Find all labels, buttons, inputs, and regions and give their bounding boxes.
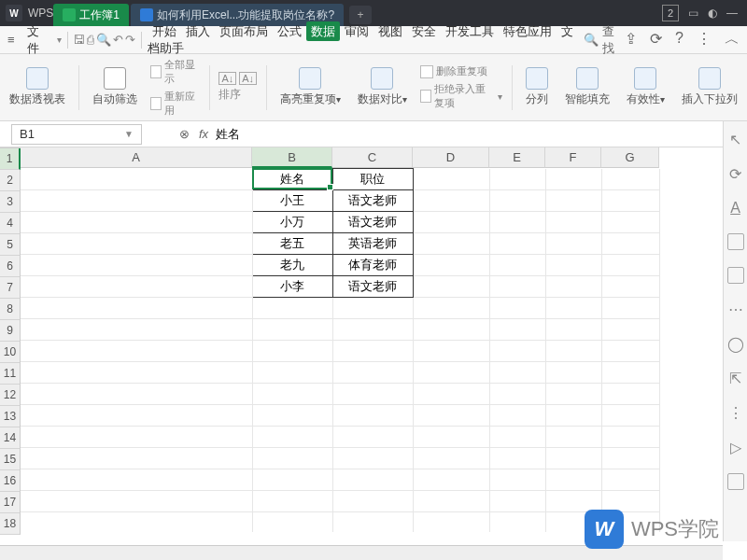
cell[interactable] xyxy=(21,512,252,533)
cell[interactable] xyxy=(21,276,252,298)
cell[interactable] xyxy=(489,341,545,362)
row-header-12[interactable]: 12 xyxy=(0,385,21,406)
cell[interactable] xyxy=(332,319,413,341)
column-header-D[interactable]: D xyxy=(413,147,489,168)
row-header-14[interactable]: 14 xyxy=(0,427,21,449)
cell[interactable] xyxy=(413,276,489,298)
cell[interactable] xyxy=(413,448,489,469)
cell[interactable] xyxy=(413,212,489,233)
toolbox-icon[interactable] xyxy=(727,233,744,250)
cell[interactable] xyxy=(252,469,332,491)
smart-fill-button[interactable]: 智能填充 xyxy=(561,63,613,111)
cell[interactable] xyxy=(413,491,489,512)
cell[interactable] xyxy=(489,276,545,298)
grid-icon[interactable] xyxy=(727,267,744,284)
cell[interactable] xyxy=(545,319,601,341)
cell[interactable] xyxy=(252,405,332,427)
ribbon-tab-审阅[interactable]: 审阅 xyxy=(340,21,374,41)
cell[interactable] xyxy=(252,427,332,448)
cell[interactable] xyxy=(21,448,252,469)
cell[interactable] xyxy=(489,512,545,533)
name-box[interactable]: B1 ▼ xyxy=(11,124,142,145)
split-column-button[interactable]: 分列 xyxy=(522,63,552,111)
ribbon-tab-特色应用[interactable]: 特色应用 xyxy=(499,21,557,41)
cell[interactable]: 英语老师 xyxy=(332,233,413,255)
cell[interactable] xyxy=(489,255,545,276)
cell[interactable] xyxy=(489,190,545,212)
cell[interactable] xyxy=(332,427,413,448)
panel-icon[interactable] xyxy=(727,473,744,490)
circle-icon[interactable]: ◯ xyxy=(727,335,744,353)
cell[interactable] xyxy=(601,212,659,233)
cell[interactable] xyxy=(545,276,601,298)
cell[interactable] xyxy=(545,427,601,448)
cell[interactable] xyxy=(332,469,413,491)
cell[interactable]: 语文老师 xyxy=(332,276,413,298)
cell[interactable] xyxy=(413,169,489,190)
settings-icon[interactable]: ⟳ xyxy=(650,30,662,49)
workbook-tab-1[interactable]: 工作簿1 xyxy=(53,4,129,26)
cell[interactable] xyxy=(21,319,252,341)
row-header-11[interactable]: 11 xyxy=(0,363,21,385)
cell[interactable] xyxy=(413,233,489,255)
cell[interactable] xyxy=(489,362,545,384)
spreadsheet-grid[interactable]: 123456789101112131415161718 ABCDEFG 姓名职位… xyxy=(0,147,747,532)
cell[interactable] xyxy=(413,512,489,533)
cell[interactable] xyxy=(21,341,252,362)
formula-input[interactable] xyxy=(216,127,683,141)
skin-icon[interactable]: ◐ xyxy=(708,7,717,20)
cell[interactable] xyxy=(601,190,659,212)
cell[interactable] xyxy=(413,362,489,384)
redo-icon[interactable]: ↷ xyxy=(125,33,135,47)
cell[interactable] xyxy=(21,491,252,512)
ribbon-tab-数据[interactable]: 数据 xyxy=(306,21,340,41)
cell[interactable] xyxy=(489,405,545,427)
more-icon[interactable]: ⋯ xyxy=(728,301,743,318)
cell[interactable]: 小万 xyxy=(252,212,332,233)
cell[interactable] xyxy=(332,298,413,319)
column-header-E[interactable]: E xyxy=(489,147,545,168)
row-header-8[interactable]: 8 xyxy=(0,299,21,320)
chevron-down-icon[interactable]: ▾ xyxy=(57,35,62,45)
cell[interactable] xyxy=(601,319,659,341)
cell[interactable]: 小王 xyxy=(252,190,332,212)
column-header-G[interactable]: G xyxy=(601,147,659,168)
validity-button[interactable]: 有效性▾ xyxy=(623,63,669,111)
row-header-6[interactable]: 6 xyxy=(0,256,21,277)
cell[interactable] xyxy=(252,491,332,512)
auto-filter-button[interactable]: 自动筛选 xyxy=(89,63,141,111)
cell[interactable] xyxy=(545,405,601,427)
cell[interactable] xyxy=(601,276,659,298)
arrow-icon[interactable]: ▷ xyxy=(730,439,741,456)
cell[interactable] xyxy=(601,255,659,276)
file-menu[interactable]: 文件 xyxy=(21,23,55,57)
cell[interactable] xyxy=(489,427,545,448)
cell[interactable] xyxy=(545,448,601,469)
ribbon-tab-安全[interactable]: 安全 xyxy=(407,21,441,41)
cell[interactable] xyxy=(21,427,252,448)
cell[interactable]: 小李 xyxy=(252,276,332,298)
save-icon[interactable]: 🖫 xyxy=(73,33,85,47)
cell[interactable] xyxy=(332,448,413,469)
row-header-10[interactable]: 10 xyxy=(0,342,21,363)
cell[interactable] xyxy=(21,469,252,491)
cell[interactable] xyxy=(252,341,332,362)
row-header-2[interactable]: 2 xyxy=(0,170,21,191)
cell[interactable] xyxy=(601,384,659,405)
cell[interactable] xyxy=(489,319,545,341)
fx-label[interactable]: fx xyxy=(199,127,208,141)
cell[interactable] xyxy=(545,190,601,212)
cell[interactable] xyxy=(252,512,332,533)
cell[interactable] xyxy=(21,212,252,233)
cell[interactable] xyxy=(601,298,659,319)
cell[interactable] xyxy=(413,405,489,427)
cell[interactable] xyxy=(489,491,545,512)
cell[interactable] xyxy=(21,405,252,427)
cell[interactable] xyxy=(545,384,601,405)
cell[interactable] xyxy=(545,233,601,255)
menu-icon[interactable]: ▭ xyxy=(688,7,698,20)
preview-icon[interactable]: 🔍 xyxy=(96,33,111,47)
chevron-down-icon[interactable]: ▼ xyxy=(124,129,134,139)
cell[interactable] xyxy=(601,448,659,469)
cell[interactable] xyxy=(413,255,489,276)
